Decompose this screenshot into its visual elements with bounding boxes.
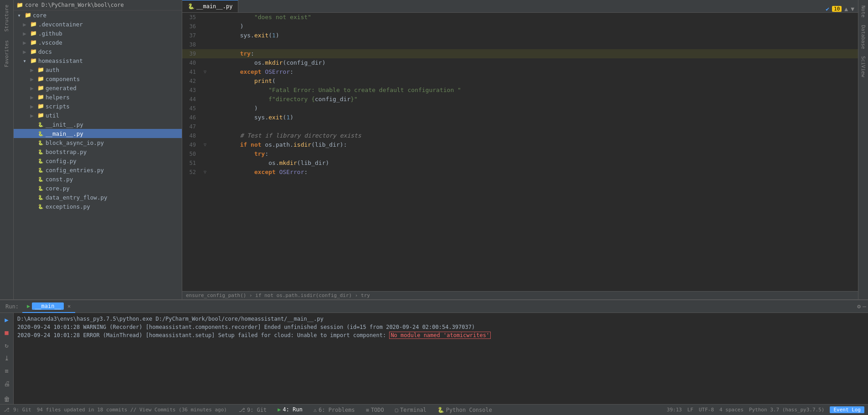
remove-button[interactable]: 🗑 [2, 394, 12, 404]
tree-item-components[interactable]: ▶ 📁 components [14, 74, 182, 83]
tab-terminal[interactable]: ▢ Terminal [390, 404, 431, 415]
folder-icon: 📁 [37, 75, 44, 82]
tab-python-console[interactable]: 🐍 Python Console [433, 404, 497, 415]
breadcrumb-text: ensure_config_path() › if not os.path.is… [186, 292, 370, 298]
expand-arrow-icon: ▶ [28, 93, 36, 101]
tree-item-core[interactable]: ▾ 📁 core [14, 10, 182, 20]
code-editor[interactable]: 35 "does not exist" 36 ) 37 sys.e [182, 13, 858, 291]
tab-todo[interactable]: ≡ TODO [361, 404, 389, 415]
warning-count-badge[interactable]: 10 [832, 6, 842, 12]
py-icon: 🐍 [37, 166, 44, 174]
tree-item-config-entries[interactable]: 🐍 config_entries.py [14, 165, 182, 174]
sciview-tool-btn[interactable]: SciView [859, 52, 867, 81]
tab-run-active[interactable]: ▶ __main__ ✕ [22, 300, 75, 313]
database-tool-btn[interactable]: Database [859, 21, 867, 53]
tree-item-homeassistant[interactable]: ▾ 📁 homeassistant [14, 56, 182, 65]
code-line-36: 36 ) [182, 22, 858, 31]
code-line-38: 38 [182, 40, 858, 49]
warnings-up-icon[interactable]: ▲ [844, 5, 848, 12]
minimize-icon[interactable]: — [863, 303, 866, 310]
problems-tab-icon: ⚠ [313, 407, 317, 413]
git-tab-icon: ⎇ [239, 407, 245, 413]
tree-item-exceptions[interactable]: 🐍 exceptions.py [14, 202, 182, 211]
warnings-down-icon[interactable]: ▼ [851, 5, 854, 12]
tree-item-helpers[interactable]: ▶ 📁 helpers [14, 92, 182, 102]
tree-item-init-py[interactable]: 🐍 __init__.py [14, 120, 182, 129]
code-line-51: 51 os.mkdir(lib_dir) [182, 159, 858, 168]
line-content-52: except OSError: [210, 168, 858, 177]
settings-icon[interactable]: ⚙ [857, 303, 861, 310]
note-tool-btn[interactable]: Note [859, 2, 867, 21]
status-left: ⎇ 9: Git [4, 407, 31, 413]
line-content-49: if not os.path.isdir(lib_dir): [210, 140, 858, 149]
line-num-51: 51 [182, 159, 200, 168]
tree-item-data-entry-flow[interactable]: 🐍 data_entry_flow.py [14, 193, 182, 202]
line-num-47: 47 [182, 122, 200, 131]
run-panel-content: ▶ ■ ↻ ⤓ ≡ 🖨 🗑 D:\Anaconda3\envs\hass_py3… [0, 313, 868, 404]
gutter-49: ▽ [200, 140, 210, 149]
tree-item-bootstrap[interactable]: 🐍 bootstrap.py [14, 147, 182, 156]
tree-item-docs[interactable]: ▶ 📁 docs [14, 47, 182, 56]
spacer [28, 130, 36, 137]
editor-tab-main[interactable]: 🐍 __main__.py [182, 0, 238, 12]
indent-info: 4 spaces [719, 407, 744, 413]
folder-icon: 📁 [30, 57, 37, 64]
tree-label: helpers [46, 94, 70, 101]
close-run-tab[interactable]: ✕ [67, 303, 71, 309]
code-line-45: 45 ) [182, 104, 858, 113]
run-tab-label: 4: Run [283, 406, 303, 413]
tree-item-auth[interactable]: ▶ 📁 auth [14, 65, 182, 74]
line-content-44: f"directory {config_dir}" [210, 95, 858, 104]
line-num-42: 42 [182, 77, 200, 86]
folder-icon: 📁 [24, 11, 31, 19]
line-num-44: 44 [182, 95, 200, 104]
run-label-text: Run: [5, 303, 19, 310]
tab-problems[interactable]: ⚠ 6: Problems [309, 404, 360, 415]
commits-info: 94 files updated in 18 commits // View C… [37, 407, 227, 413]
tree-item-main-py[interactable]: 🐍 __main__.py [14, 129, 182, 138]
python-version[interactable]: Python 3.7 (hass_py3.7.5) [749, 407, 825, 413]
filter-output-button[interactable]: ≡ [2, 366, 12, 376]
line-num-45: 45 [182, 104, 200, 113]
tree-label: data_entry_flow.py [46, 194, 107, 201]
line-num-46: 46 [182, 113, 200, 122]
code-line-50: 50 try: [182, 149, 858, 159]
tree-item-core-py[interactable]: 🐍 core.py [14, 184, 182, 193]
tree-item-util[interactable]: ▶ 📁 util [14, 111, 182, 120]
rerun-button[interactable]: ▶ [2, 315, 12, 325]
tree-item-devcontainer[interactable]: ▶ 📁 .devcontainer [14, 20, 182, 29]
print-button[interactable]: 🖨 [2, 379, 12, 389]
structure-panel-btn[interactable]: Structure [3, 2, 10, 35]
scroll-to-end-button[interactable]: ⤓ [2, 353, 12, 363]
tree-item-generated[interactable]: ▶ 📁 generated [14, 83, 182, 92]
fold-arrow-41[interactable]: ▽ [204, 67, 206, 77]
tree-label: core.py [46, 185, 70, 192]
tree-item-vscode[interactable]: ▶ 📁 .vscode [14, 38, 182, 47]
folder-icon: 📁 [30, 30, 37, 37]
run-toolbar: ▶ ■ ↻ ⤓ ≡ 🖨 🗑 [0, 313, 14, 404]
tree-label: docs [38, 48, 52, 55]
project-header: 📁 core D:\PyCharm_Work\bool\core [14, 0, 182, 10]
git-branch-label[interactable]: 9: Git [13, 407, 31, 413]
tree-label: .devcontainer [38, 21, 83, 28]
line-content-40: os.mkdir(config_dir) [210, 58, 858, 67]
expand-arrow-icon: ▶ [28, 84, 36, 92]
tree-item-const[interactable]: 🐍 const.py [14, 174, 182, 184]
tree-label: __main__.py [46, 130, 83, 137]
line-num-38: 38 [182, 40, 200, 49]
fold-arrow-49[interactable]: ▽ [204, 140, 206, 149]
tree-item-config[interactable]: 🐍 config.py [14, 156, 182, 165]
tree-item-block-async[interactable]: 🐍 block_async_io.py [14, 138, 182, 147]
py-icon: 🐍 [37, 121, 44, 128]
tree-item-scripts[interactable]: ▶ 📁 scripts [14, 102, 182, 111]
restore-layout-button[interactable]: ↻ [2, 340, 12, 350]
line-content-39: try: [210, 49, 858, 58]
favorites-panel-btn[interactable]: Favorites [3, 37, 10, 70]
stop-button[interactable]: ■ [2, 328, 12, 338]
tree-item-github[interactable]: ▶ 📁 .github [14, 29, 182, 38]
fold-arrow-52[interactable]: ▽ [204, 168, 206, 177]
tab-git[interactable]: ⎇ 9: Git [234, 404, 271, 415]
event-log-button[interactable]: Event Log [830, 406, 864, 413]
bottom-panel: Run: ▶ __main__ ✕ ⚙ — ▶ ■ ↻ ⤓ ≡ 🖨 🗑 [0, 299, 868, 404]
tab-run[interactable]: ▶ 4: Run [273, 404, 307, 415]
